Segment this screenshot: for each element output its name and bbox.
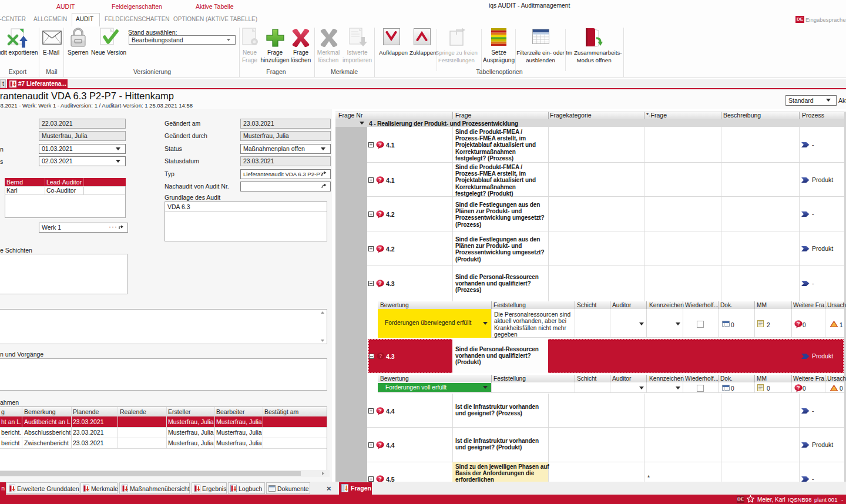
svg-text:?: ? — [378, 407, 382, 414]
svg-text:?: ? — [378, 475, 382, 482]
svg-text:?: ? — [797, 320, 800, 327]
svg-text:?: ? — [378, 210, 382, 217]
svg-text:?: ? — [379, 352, 382, 359]
svg-text:?: ? — [378, 441, 382, 448]
svg-text:?: ? — [378, 280, 382, 286]
svg-text:?: ? — [797, 384, 800, 391]
svg-text:?: ? — [378, 141, 382, 147]
svg-text:?: ? — [378, 176, 382, 183]
svg-text:?: ? — [378, 245, 382, 251]
